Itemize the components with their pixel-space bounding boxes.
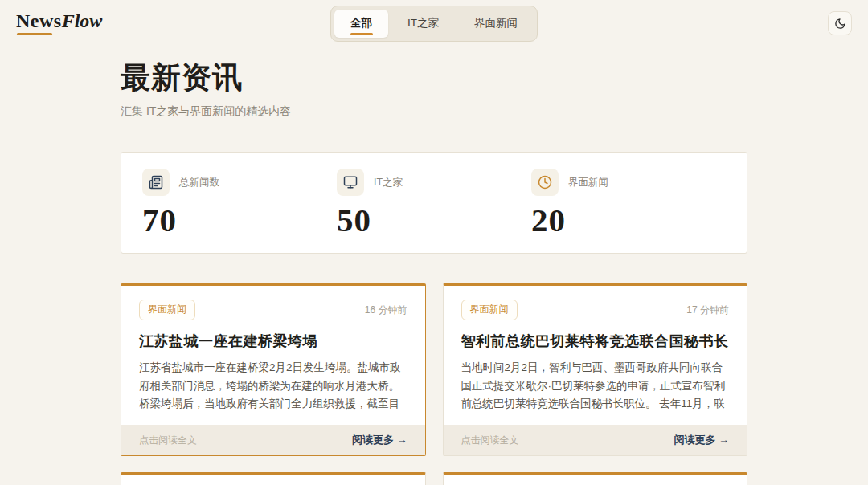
main-content: 最新资讯 汇集 IT之家与界面新闻的精选内容 总新闻数 70 — [121, 58, 747, 485]
page-subtitle: 汇集 IT之家与界面新闻的精选内容 — [121, 104, 747, 119]
news-card[interactable]: 界面新闻 17 分钟前 智利前总统巴切莱特将竞选联合国秘书长 当地时间2月2日，… — [443, 283, 748, 456]
article-title[interactable]: 智利前总统巴切莱特将竞选联合国秘书长 — [461, 332, 730, 351]
stats-bar: 总新闻数 70 IT之家 50 — [121, 152, 747, 254]
stat-value: 20 — [531, 202, 726, 238]
monitor-icon — [337, 169, 364, 196]
card-footer: 点击阅读全文 阅读更多 → — [444, 425, 747, 455]
stat-label: 界面新闻 — [568, 176, 608, 190]
read-more-link[interactable]: 阅读更多 → — [352, 433, 407, 447]
stat-label: IT之家 — [374, 176, 403, 190]
source-tabs: 全部 IT之家 界面新闻 — [330, 6, 538, 42]
stat-jiemian: 界面新闻 20 — [531, 169, 726, 238]
app-logo[interactable]: NewsFlow — [16, 11, 102, 35]
article-excerpt: 当地时间2月2日，智利与巴西、墨西哥政府共同向联合国正式提交米歇尔·巴切莱特参选… — [461, 359, 730, 414]
news-card-grid: 界面新闻 16 分钟前 江苏盐城一座在建桥梁垮塌 江苏省盐城市一座在建桥梁2月2… — [121, 283, 747, 485]
source-badge: 界面新闻 — [139, 300, 195, 320]
tab-ithome[interactable]: IT之家 — [391, 10, 455, 38]
logo-text-flow: Flow — [62, 10, 103, 31]
stat-ithome: IT之家 50 — [337, 169, 531, 238]
article-title[interactable]: 江苏盐城一座在建桥梁垮塌 — [139, 332, 407, 351]
stat-total-news: 总新闻数 70 — [142, 169, 337, 238]
stat-label: 总新闻数 — [179, 176, 219, 190]
timestamp: 16 分钟前 — [365, 304, 407, 317]
card-footer: 点击阅读全文 阅读更多 → — [121, 425, 425, 455]
source-badge: 界面新闻 — [461, 300, 518, 320]
moon-icon — [834, 18, 846, 30]
stat-value: 70 — [142, 202, 337, 238]
newspaper-icon — [142, 169, 170, 196]
app-header: NewsFlow 全部 IT之家 界面新闻 — [0, 0, 868, 47]
tab-all[interactable]: 全部 — [334, 10, 388, 38]
tab-jiemian[interactable]: 界面新闻 — [458, 10, 534, 38]
read-more-link[interactable]: 阅读更多 → — [674, 433, 729, 447]
header-right — [538, 11, 852, 35]
clock-icon — [531, 169, 559, 196]
news-card[interactable]: 界面新闻 16 分钟前 江苏盐城一座在建桥梁垮塌 江苏省盐城市一座在建桥梁2月2… — [121, 283, 426, 456]
article-excerpt: 江苏省盐城市一座在建桥梁2月2日发生垮塌。盐城市政府相关部门消息，垮塌的桥梁为在… — [139, 359, 407, 414]
logo-text-news: News — [16, 10, 62, 31]
read-hint: 点击阅读全文 — [461, 434, 519, 447]
stat-value: 50 — [337, 202, 531, 238]
theme-toggle-button[interactable] — [828, 11, 852, 35]
read-hint: 点击阅读全文 — [139, 434, 197, 447]
news-card[interactable]: 界面新闻 18 分钟前 我国医用同位素药物研发平台取得新进展 点击阅读全文 阅读… — [121, 472, 426, 485]
header-left: NewsFlow — [16, 11, 330, 35]
news-card[interactable]: 界面新闻 19 分钟前 美国总统特使与伊朗外长将于6日在土耳其会晤 点击阅读全文… — [443, 472, 748, 485]
page-title: 最新资讯 — [121, 58, 747, 98]
timestamp: 17 分钟前 — [686, 304, 729, 317]
